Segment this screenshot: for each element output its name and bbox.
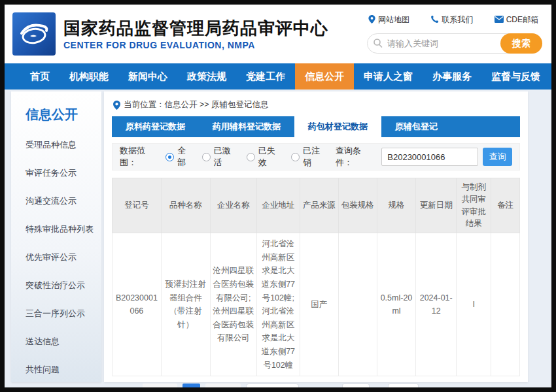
refresh-icon[interactable] [305, 387, 315, 392]
table-cell: 0.5ml-20ml [377, 233, 415, 376]
sidebar-title: 信息公开 [26, 106, 95, 123]
pagination: 共 1 条 上一页 1 下一页 10 条/页 ▼ 到第 页 确定 [112, 384, 520, 392]
nav-item-监督与反馈[interactable]: 监督与反馈 [481, 63, 550, 90]
quick-links: 网站地图联系我们CDE邮箱 [367, 14, 542, 25]
tab-bar: 原料药登记数据药用辅料登记数据药包材登记数据原辅包登记 [112, 116, 520, 137]
query-button[interactable]: 查询 [483, 148, 512, 166]
site-subtitle: CENTER FOR DRUG EVALUATION, NMPA [63, 40, 367, 50]
jump-confirm-button[interactable]: 确定 [388, 384, 419, 392]
envelope-icon [495, 16, 504, 25]
table-cell: 预灌封注射器组合件（带注射针） [161, 233, 210, 376]
nav-item-登记备案平台[interactable]: 登记备案平台 [550, 63, 556, 90]
header-right: 网站地图联系我们CDE邮箱 搜索 [367, 14, 542, 54]
quick-link-label: CDE邮箱 [506, 14, 538, 25]
location-pin-icon [368, 15, 375, 25]
jump-page-input[interactable] [342, 384, 370, 392]
sidebar-item-特殊审批品种列表[interactable]: 特殊审批品种列表 [26, 223, 95, 235]
radio-option-已注销[interactable]: 已注销 [291, 145, 327, 169]
jump-prefix-label: 到第 [321, 387, 337, 392]
nav-item-机构职能[interactable]: 机构职能 [60, 63, 118, 90]
browser-frame: 国家药品监督管理局药品审评中心 CENTER FOR DRUG EVALUATI… [0, 0, 556, 392]
cde-logo-icon [17, 17, 51, 51]
sidebar-item-受理品种信息[interactable]: 受理品种信息 [26, 139, 95, 151]
column-header-更新日期: 更新日期 [416, 178, 457, 233]
radio-circle [202, 153, 211, 161]
column-header-品种名称: 品种名称 [161, 178, 210, 233]
site-title: 国家药品监督管理局药品审评中心 [63, 18, 367, 39]
query-label: 查询条件： [336, 145, 377, 169]
radio-label: 已注销 [303, 145, 327, 169]
radio-label: 全部 [177, 145, 194, 169]
phone-icon [430, 15, 439, 25]
column-header-企业名称: 企业名称 [210, 178, 257, 233]
chevron-down-icon: ▼ [287, 389, 293, 392]
table-header-row: 登记号品种名称企业名称企业地址产品来源包装规格规格更新日期与制剂共同审评审批结果… [113, 178, 520, 233]
scope-radio-group: 全部已激活已失效已注销 [165, 145, 327, 169]
breadcrumb-text: 当前位置：信息公开 >> 原辅包登记信息 [124, 99, 269, 110]
breadcrumb: 当前位置：信息公开 >> 原辅包登记信息 [112, 98, 520, 116]
header-search-bar: 搜索 [367, 33, 542, 54]
nav-item-党建工作[interactable]: 党建工作 [236, 63, 295, 90]
main-card: 当前位置：信息公开 >> 原辅包登记信息 原料药登记数据药用辅料登记数据药包材登… [104, 91, 528, 382]
table-cell: B20230001066 [113, 233, 162, 376]
jump-suffix-label: 页 [375, 387, 383, 392]
site-titles: 国家药品监督管理局药品审评中心 CENTER FOR DRUG EVALUATI… [63, 18, 367, 51]
sidebar-item-审评任务公示[interactable]: 审评任务公示 [26, 167, 95, 179]
table-cell: 河北省沧州高新区求是北大道东侧77号102幢;河北省沧州高新区求是北大道东侧77… [257, 233, 300, 376]
radio-label: 已激活 [214, 145, 238, 169]
search-button[interactable]: 搜索 [500, 33, 542, 54]
column-header-规格: 规格 [377, 178, 415, 233]
radio-circle [291, 153, 300, 161]
prev-page-button[interactable]: 上一页 [143, 384, 178, 392]
main-nav: 首页机构职能新闻中心政策法规党建工作信息公开申请人之窗办事服务监督与反馈登记备案… [5, 63, 551, 90]
tab-药用辅料登记数据[interactable]: 药用辅料登记数据 [199, 116, 294, 137]
sidebar-item-优先审评公示[interactable]: 优先审评公示 [26, 252, 95, 263]
column-header-与制剂共同审评审批结果: 与制剂共同审评审批结果 [457, 178, 491, 233]
quick-link-CDE邮箱[interactable]: CDE邮箱 [495, 14, 538, 25]
radio-option-已失效[interactable]: 已失效 [247, 145, 283, 169]
tab-药包材登记数据[interactable]: 药包材登记数据 [294, 116, 381, 137]
page-size-select[interactable]: 10 条/页 ▼ [246, 384, 299, 392]
sidebar: 信息公开 受理品种信息审评任务公示沟通交流公示特殊审批品种列表优先审评公示突破性… [11, 91, 101, 382]
quick-link-网站地图[interactable]: 网站地图 [368, 14, 409, 25]
table-cell: 国产 [300, 233, 338, 376]
quick-link-label: 网站地图 [378, 14, 409, 25]
search-icon [373, 38, 383, 51]
page-number-button[interactable]: 1 [182, 384, 200, 392]
scope-label: 数据范围： [120, 145, 161, 169]
content-area: 信息公开 受理品种信息审评任务公示沟通交流公示特殊审批品种列表优先审评公示突破性… [5, 90, 551, 387]
query-input[interactable] [381, 148, 478, 166]
location-pin-icon [113, 101, 120, 110]
pagination-total: 共 1 条 [112, 387, 137, 392]
sidebar-item-沟通交流公示[interactable]: 沟通交流公示 [26, 195, 95, 207]
column-header-包装规格: 包装规格 [338, 178, 377, 233]
nav-item-新闻中心[interactable]: 新闻中心 [118, 63, 177, 90]
sidebar-item-送达信息[interactable]: 送达信息 [26, 336, 95, 348]
next-page-button[interactable]: 下一页 [205, 384, 241, 392]
nav-item-信息公开[interactable]: 信息公开 [295, 63, 354, 90]
sidebar-item-突破性治疗公示[interactable]: 突破性治疗公示 [26, 280, 95, 291]
nav-item-首页[interactable]: 首页 [20, 63, 60, 90]
radio-circle [165, 153, 174, 161]
sidebar-item-三合一序列公示[interactable]: 三合一序列公示 [26, 308, 95, 319]
sidebar-item-共性问题[interactable]: 共性问题 [26, 364, 95, 376]
nav-item-政策法规[interactable]: 政策法规 [177, 63, 236, 90]
table-row: B20230001066预灌封注射器组合件（带注射针）沧州四星联合医药包装有限公… [113, 233, 520, 376]
radio-circle [247, 153, 255, 161]
radio-option-已激活[interactable]: 已激活 [202, 145, 238, 169]
nav-item-申请人之窗[interactable]: 申请人之窗 [354, 63, 423, 90]
radio-option-全部[interactable]: 全部 [165, 145, 194, 169]
column-header-登记号: 登记号 [113, 178, 162, 233]
registration-table: 登记号品种名称企业名称企业地址产品来源包装规格规格更新日期与制剂共同审评审批结果… [112, 178, 520, 376]
tab-原料药登记数据[interactable]: 原料药登记数据 [112, 116, 199, 137]
site-header: 国家药品监督管理局药品审评中心 CENTER FOR DRUG EVALUATI… [5, 5, 551, 63]
quick-link-联系我们[interactable]: 联系我们 [430, 14, 473, 25]
table-cell: 2024-01-12 [416, 233, 457, 376]
column-header-产品来源: 产品来源 [300, 178, 338, 233]
column-header-企业地址: 企业地址 [257, 178, 300, 233]
table-cell: 沧州四星联合医药包装有限公司;沧州四星联合医药包装有限公司 [210, 233, 257, 376]
nav-item-办事服务[interactable]: 办事服务 [423, 63, 481, 90]
table-cell: I [457, 233, 491, 376]
table-cell [491, 233, 520, 376]
tab-原辅包登记[interactable]: 原辅包登记 [381, 116, 451, 137]
